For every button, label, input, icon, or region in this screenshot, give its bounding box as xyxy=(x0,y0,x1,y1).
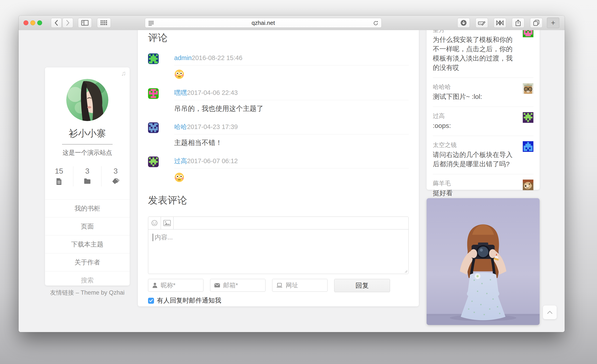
identicon-avatar xyxy=(523,141,534,152)
profile-stat[interactable]: 3 xyxy=(102,166,130,186)
new-tab-button[interactable]: + xyxy=(547,17,559,28)
recent-comment-text: 挺好看 xyxy=(433,189,534,198)
comment-header: 哈哈2017-04-23 17:39 xyxy=(174,122,409,134)
notify-checkbox[interactable] xyxy=(148,298,154,304)
identicon-avatar xyxy=(148,53,159,64)
scroll-to-top-button[interactable] xyxy=(543,306,557,319)
friend-links-link[interactable]: 友情链接 xyxy=(50,289,74,296)
chevron-up-icon xyxy=(546,310,553,315)
sidebar-nav-item-页面[interactable]: 页面 xyxy=(45,217,130,235)
identicon-avatar xyxy=(148,88,159,99)
comment-avatar xyxy=(148,157,159,167)
resize-handle[interactable] xyxy=(404,269,408,273)
identicon-avatar xyxy=(523,112,534,123)
form-field-昵称[interactable]: 昵称* xyxy=(148,279,204,292)
comment-author-link[interactable]: 哈哈 xyxy=(174,123,187,130)
stat-value: 15 xyxy=(45,167,73,175)
url-field[interactable]: qzhai.net xyxy=(145,18,382,28)
comment-date: 2017-04-06 22:43 xyxy=(187,89,238,96)
folder-icon xyxy=(73,178,102,184)
comment-body: 主题相当不错！ xyxy=(174,138,409,148)
sidebar-nav-item-我的书柜[interactable]: 我的书柜 xyxy=(45,199,130,217)
identicon-avatar xyxy=(148,122,159,133)
recent-comment-item[interactable]: 哈哈哈 测试下图片~ :lol: xyxy=(433,78,534,107)
reader-icon[interactable] xyxy=(148,20,154,26)
comment-item: 嘿嘿2017-04-06 22:43 吊吊的，我也使用这个主题了 xyxy=(148,88,409,113)
text-caret xyxy=(153,234,153,241)
tabs-icon xyxy=(533,19,540,26)
profile-tagline: 这是一个演示站点 xyxy=(45,149,130,157)
stat-icon-slot xyxy=(45,178,73,185)
comment-author-link[interactable]: 过高 xyxy=(174,157,187,165)
download-icon xyxy=(460,19,467,26)
web-clipper-icon[interactable] xyxy=(494,18,506,28)
recent-comment-author: 太空之镜 xyxy=(433,142,534,148)
sidebar-toggle-button[interactable] xyxy=(78,18,92,28)
recent-comment-author: 望月 xyxy=(433,30,534,33)
forward-button[interactable] xyxy=(63,18,73,28)
reply-button[interactable]: 回复 xyxy=(334,279,390,292)
insert-image-button[interactable] xyxy=(161,217,173,229)
field-icon-slot xyxy=(214,283,220,287)
comment-item: 过高2017-06-07 06:12 xyxy=(148,157,409,182)
girl-with-camera-photo xyxy=(427,198,540,325)
comment-body xyxy=(174,172,409,182)
music-note-icon[interactable]: ♫ xyxy=(121,70,126,77)
top-sites-button[interactable] xyxy=(97,18,111,28)
flushed-emoji xyxy=(174,69,184,79)
profile-avatar xyxy=(66,79,108,121)
url-text: qzhai.net xyxy=(145,19,381,26)
comment-avatar xyxy=(148,53,159,64)
comment-body xyxy=(174,69,409,79)
comment-date: 2017-06-07 06:12 xyxy=(187,157,238,165)
comment-body: 吊吊的，我也使用这个主题了 xyxy=(174,104,409,113)
comment-item: admin2016-08-22 15:46 xyxy=(148,53,409,79)
desktop: qzhai.net xyxy=(0,0,597,364)
plus-icon: + xyxy=(551,19,555,26)
comment-list: admin2016-08-22 15:46 嘿嘿2017-04-06 22:43… xyxy=(148,53,409,182)
recent-comment-text: 测试下图片~ :lol: xyxy=(433,92,534,101)
recent-comment-avatar xyxy=(523,30,534,37)
comment-textarea[interactable]: 内容... xyxy=(148,229,408,274)
back-button[interactable] xyxy=(51,18,62,28)
zoom-window-button[interactable] xyxy=(37,20,42,25)
sidebar-nav-item-下载本主题[interactable]: 下载本主题 xyxy=(45,235,130,253)
markup-button[interactable] xyxy=(476,18,488,28)
profile-stat[interactable]: 15 xyxy=(45,166,73,186)
refresh-icon[interactable] xyxy=(373,20,379,26)
user-icon xyxy=(152,282,157,288)
bowtie-icon xyxy=(496,20,504,26)
cat-photo-avatar xyxy=(523,83,534,94)
comment-item: 哈哈2017-04-23 17:39 主题相当不错！ xyxy=(148,122,409,148)
comment-author-link[interactable]: 嘿嘿 xyxy=(174,89,187,96)
sidebar-nav: 我的书柜页面下载本主题关于作者搜索 xyxy=(45,199,130,289)
recent-comment-item[interactable]: 过高 :oops: xyxy=(433,107,534,136)
field-placeholder: 网址 xyxy=(286,281,298,290)
form-field-网址[interactable]: 网址 xyxy=(272,279,328,292)
comments-title: 评论 xyxy=(148,30,409,43)
show-all-tabs-button[interactable] xyxy=(530,18,542,28)
comment-author-link[interactable]: admin xyxy=(174,54,192,61)
sidebar-nav-item-关于作者[interactable]: 关于作者 xyxy=(45,253,130,271)
downloads-button[interactable] xyxy=(457,18,470,28)
post-comment-title: 发表评论 xyxy=(148,195,409,206)
emoji-picker-button[interactable] xyxy=(148,217,161,229)
form-field-邮箱[interactable]: 邮箱* xyxy=(210,279,266,292)
sidebar-photo-widget xyxy=(427,198,540,325)
profile-stat[interactable]: 3 xyxy=(73,166,102,186)
markup-pencil-icon xyxy=(478,20,486,26)
recent-comments-widget: 望月 为什么我安装了模板和你的不一样呢，点击之后，你的模板有淡入淡出的过渡，我的… xyxy=(427,30,540,190)
recent-comment-item[interactable]: 太空之镜 请问右边的几个板块在导入后都消失是哪里出错了吗? xyxy=(433,136,534,174)
recent-comment-author: 哈哈哈 xyxy=(433,84,534,90)
recent-comment-item[interactable]: 望月 为什么我安装了模板和你的不一样呢，点击之后，你的模板有淡入淡出的过渡，我的… xyxy=(433,30,534,78)
stat-icon-slot xyxy=(102,178,130,185)
sidebar-footer: 友情链接 – Theme by Qzhai xyxy=(45,289,130,297)
recent-comment-text: :oops: xyxy=(433,121,534,130)
divider xyxy=(62,144,113,144)
sidebar-nav-item-搜索[interactable]: 搜索 xyxy=(45,271,130,289)
recent-comment-author: 薅羊毛 xyxy=(433,180,534,187)
recent-comment-avatar xyxy=(523,83,534,94)
minimize-window-button[interactable] xyxy=(30,20,35,25)
share-button[interactable] xyxy=(512,18,524,28)
close-window-button[interactable] xyxy=(24,20,28,25)
